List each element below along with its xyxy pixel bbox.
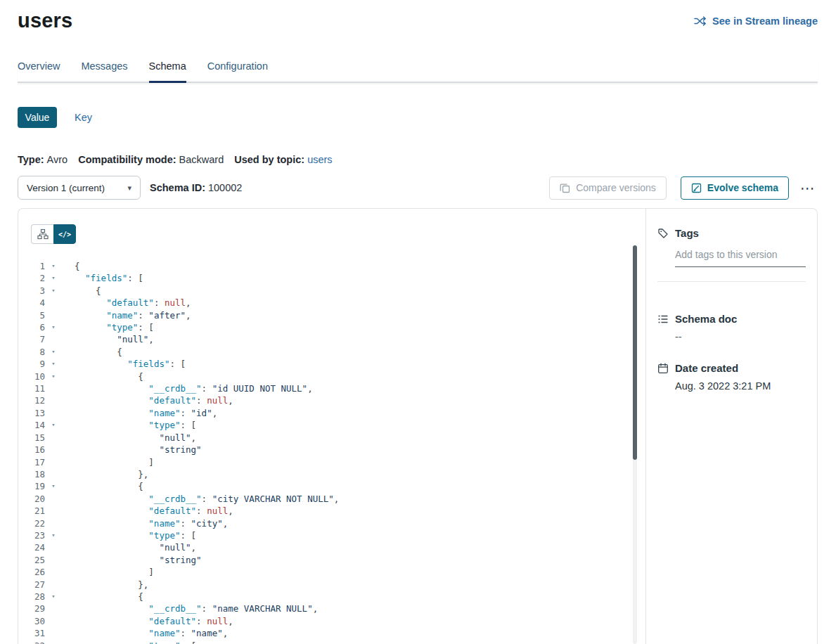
code-line: 22"name": "city", [18, 517, 645, 529]
code-line: 11"__crdb__": "id UUID NOT NULL", [18, 382, 645, 394]
tree-view-button[interactable] [31, 224, 53, 244]
fold-arrow-icon[interactable]: ▾ [45, 272, 62, 284]
line-number: 10 [18, 371, 45, 382]
fold-gutter [45, 456, 62, 468]
tab-messages[interactable]: Messages [81, 60, 127, 82]
line-number: 26 [18, 566, 45, 578]
code-text: "null", [62, 333, 154, 345]
fold-arrow-icon[interactable]: ▾ [45, 591, 62, 603]
fold-arrow-icon[interactable]: ▾ [45, 529, 62, 541]
evolve-schema-icon [691, 183, 702, 193]
key-toggle-button[interactable]: Key [75, 112, 92, 123]
scrollbar-thumb[interactable] [633, 245, 637, 460]
fold-gutter [45, 566, 62, 578]
fold-gutter [45, 309, 62, 321]
evolve-schema-label: Evolve schema [707, 182, 778, 193]
fold-gutter [45, 394, 62, 406]
code-text: "default": null, [62, 505, 233, 517]
fold-gutter [45, 579, 62, 591]
line-number: 17 [18, 456, 45, 468]
compare-versions-button[interactable]: Compare versions [549, 176, 667, 200]
code-text: "type": [ [62, 321, 154, 333]
date-created-heading: Date created [657, 362, 806, 374]
schema-meta-row: Type:Avro Compatibility mode:Backward Us… [18, 154, 818, 165]
code-text: { [62, 346, 122, 358]
fold-arrow-icon[interactable]: ▾ [45, 260, 62, 272]
code-line: 2▾"fields": [ [18, 272, 645, 284]
line-number: 9 [18, 358, 45, 370]
tags-title: Tags [675, 227, 699, 239]
more-options-button[interactable]: ⋯ [797, 178, 818, 198]
line-number: 8 [18, 346, 45, 358]
version-select[interactable]: Version 1 (current) ▾ [18, 176, 141, 200]
tags-input[interactable] [675, 249, 806, 267]
line-number: 7 [18, 333, 45, 345]
schema-id-label: Schema ID: [150, 182, 205, 193]
fold-arrow-icon[interactable]: ▾ [45, 285, 62, 297]
code-text: { [62, 591, 143, 603]
tab-overview[interactable]: Overview [18, 60, 60, 82]
code-line: 1▾{ [18, 260, 645, 272]
fold-arrow-icon[interactable]: ▾ [45, 640, 62, 644]
evolve-schema-button[interactable]: Evolve schema [681, 176, 789, 200]
fold-arrow-icon[interactable]: ▾ [45, 419, 62, 431]
code-text: "fields": [ [62, 358, 186, 370]
tab-configuration[interactable]: Configuration [207, 60, 268, 82]
tab-schema[interactable]: Schema [149, 60, 186, 82]
tree-view-icon [37, 228, 49, 240]
fold-gutter [45, 554, 62, 566]
line-number: 2 [18, 272, 45, 284]
used-by-topic: Used by topic:users [234, 154, 332, 165]
sidebar-divider [657, 281, 806, 282]
schema-doc-section: Schema doc -- [657, 313, 806, 342]
fold-gutter [45, 493, 62, 505]
line-number: 5 [18, 309, 45, 321]
code-line: 6▾"type": [ [18, 321, 645, 333]
code-text: "type": [ [62, 529, 196, 541]
code-text: }, [62, 579, 148, 591]
fold-gutter [45, 297, 62, 309]
fold-arrow-icon[interactable]: ▾ [45, 321, 62, 333]
fold-arrow-icon[interactable]: ▾ [45, 480, 62, 492]
code-line: 18}, [18, 468, 645, 480]
line-number: 6 [18, 321, 45, 333]
value-toggle-button[interactable]: Value [18, 107, 57, 128]
code-text: "__crdb__": "id UUID NOT NULL", [62, 382, 313, 394]
fold-arrow-icon[interactable]: ▾ [45, 346, 62, 358]
code-text: "__crdb__": "city VARCHAR NOT NULL", [62, 493, 339, 505]
chevron-down-icon: ▾ [127, 183, 131, 193]
code-line: 32▾"type": [ [18, 640, 645, 644]
compatibility-mode: Compatibility mode:Backward [78, 154, 224, 165]
code-line: 9▾"fields": [ [18, 358, 645, 370]
code-line: 12"default": null, [18, 394, 645, 406]
page-header: users See in Stream lineage [18, 9, 818, 32]
topic-link[interactable]: users [307, 154, 332, 165]
fold-gutter [45, 407, 62, 419]
compatibility-label: Compatibility mode: [78, 154, 176, 165]
schema-type: Type:Avro [18, 154, 67, 165]
editor-scrollbar[interactable] [633, 245, 637, 644]
type-value: Avro [47, 154, 68, 165]
stream-lineage-label: See in Stream lineage [712, 15, 818, 27]
code-text: "default": null, [62, 394, 233, 406]
code-line: 21"default": null, [18, 505, 645, 517]
line-number: 22 [18, 517, 45, 529]
stream-lineage-link[interactable]: See in Stream lineage [694, 15, 818, 27]
fold-arrow-icon[interactable]: ▾ [45, 358, 62, 370]
code-view-icon: </> [58, 231, 71, 238]
line-number: 29 [18, 603, 45, 614]
schema-code-editor: </> 1▾{2▾"fields": [3▾{4"default": null,… [18, 209, 645, 644]
fold-gutter [45, 468, 62, 480]
code-lines: 1▾{2▾"fields": [3▾{4"default": null,5"na… [18, 260, 645, 644]
line-number: 21 [18, 505, 45, 517]
code-text: "fields": [ [62, 272, 143, 284]
fold-arrow-icon[interactable]: ▾ [45, 371, 62, 382]
fold-gutter [45, 382, 62, 394]
code-line: 8▾{ [18, 346, 645, 358]
code-view-button[interactable]: </> [53, 224, 76, 244]
schema-page: users See in Stream lineage OverviewMess… [0, 0, 836, 644]
code-line: 24"null", [18, 541, 645, 553]
compare-versions-icon [560, 183, 570, 193]
code-line: 19▾{ [18, 480, 645, 492]
code-text: { [62, 260, 80, 272]
